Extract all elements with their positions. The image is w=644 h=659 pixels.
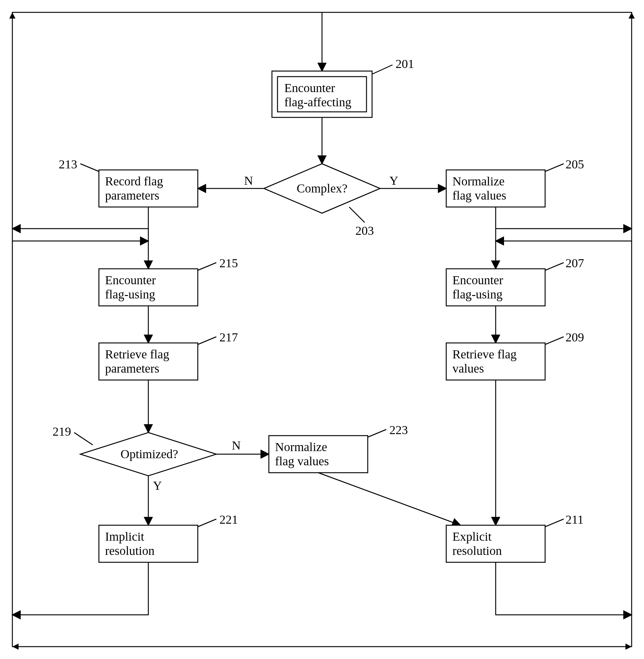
n203-ref: 203 xyxy=(355,224,374,238)
n207-ref: 207 xyxy=(566,256,584,270)
n205-label2: flag values xyxy=(453,188,506,202)
svg-line-2 xyxy=(372,65,392,74)
svg-line-12 xyxy=(545,263,564,270)
arrowhead-top-right xyxy=(628,13,635,19)
n223-ref: 223 xyxy=(389,423,408,437)
svg-line-4 xyxy=(349,207,365,222)
node-205: Normalize flag values 205 xyxy=(446,157,584,207)
node-215: Encounter flag-using 215 xyxy=(99,256,238,306)
flowchart-diagram: Encounter flag-affecting 201 Complex? 20… xyxy=(0,0,644,659)
svg-line-6 xyxy=(80,164,99,171)
node-203-decision: Complex? 203 xyxy=(264,164,380,238)
n211-label2: resolution xyxy=(453,544,502,558)
svg-line-14 xyxy=(198,337,216,345)
arrow-223-211 xyxy=(318,473,460,525)
arrow-221-return xyxy=(13,562,148,615)
n217-ref: 217 xyxy=(220,330,238,344)
node-221: Implicit resolution 221 xyxy=(99,513,238,562)
n215-label2: flag-using xyxy=(105,287,155,301)
n207-label2: flag-using xyxy=(453,287,503,301)
n201-ref: 201 xyxy=(395,57,414,71)
n219-Y: Y xyxy=(153,478,162,492)
n217-label2: parameters xyxy=(105,361,159,375)
n217-label1: Retrieve flag xyxy=(105,347,169,361)
n201-label2: flag-affecting xyxy=(284,95,351,109)
n215-label1: Encounter xyxy=(105,273,156,287)
svg-line-8 xyxy=(545,164,564,171)
n219-ref: 219 xyxy=(52,424,71,439)
n211-ref: 211 xyxy=(566,513,584,526)
n213-label1: Record flag xyxy=(105,174,163,188)
n213-label2: parameters xyxy=(105,188,159,202)
node-207: Encounter flag-using 207 xyxy=(446,256,584,306)
node-209: Retrieve flag values 209 xyxy=(446,330,584,380)
n213-ref: 213 xyxy=(59,157,77,171)
n219-N: N xyxy=(232,439,241,452)
svg-line-20 xyxy=(368,429,386,437)
n211-label1: Explicit xyxy=(453,529,492,543)
svg-line-16 xyxy=(545,337,564,345)
arrowhead-bottom-right xyxy=(625,643,631,650)
n223-label1: Normalize xyxy=(275,440,327,454)
n209-label2: values xyxy=(453,361,484,375)
node-219-decision: Optimized? 219 xyxy=(52,424,216,476)
n219-label: Optimized? xyxy=(120,447,178,461)
node-211: Explicit resolution 211 xyxy=(446,513,584,562)
svg-line-10 xyxy=(198,263,216,270)
n209-label1: Retrieve flag xyxy=(453,347,517,361)
n203-label: Complex? xyxy=(297,181,347,195)
n205-label1: Normalize xyxy=(453,174,505,188)
node-213: Record flag parameters 213 xyxy=(59,157,198,207)
arrow-211-return xyxy=(496,562,631,615)
n203-N: N xyxy=(244,174,253,188)
n221-ref: 221 xyxy=(220,513,238,526)
node-223: Normalize flag values 223 xyxy=(269,423,408,473)
n209-ref: 209 xyxy=(566,330,584,344)
arrowhead-bottom-left xyxy=(13,643,19,650)
n221-label1: Implicit xyxy=(105,529,144,543)
n215-ref: 215 xyxy=(220,256,238,270)
arrowhead-top-left xyxy=(9,13,16,19)
node-217: Retrieve flag parameters 217 xyxy=(99,330,238,380)
svg-line-22 xyxy=(198,519,216,527)
n203-Y: Y xyxy=(389,174,398,188)
node-201: Encounter flag-affecting 201 xyxy=(272,57,414,117)
n221-label2: resolution xyxy=(105,544,155,558)
svg-line-18 xyxy=(74,432,93,445)
n223-label2: flag values xyxy=(275,454,329,468)
svg-line-24 xyxy=(545,519,564,527)
n201-label1: Encounter xyxy=(284,81,335,95)
n207-label1: Encounter xyxy=(453,273,503,287)
n205-ref: 205 xyxy=(566,157,584,171)
